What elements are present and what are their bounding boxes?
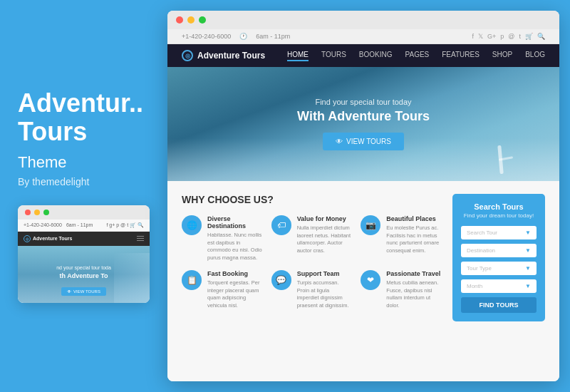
nav-item-shop[interactable]: SHOP [492,51,512,61]
feature-item-support: 💬 Support Team Turpis accumsan. Proin at… [271,270,353,309]
nav-item-tours[interactable]: TOURS [321,51,346,61]
nav-item-features[interactable]: FEATURES [442,51,480,61]
dropdown-arrow-icon4: ▼ [525,283,531,289]
theme-author: By themedelight [18,176,146,187]
mini-view-tours-button[interactable]: 👁 VIEW TOURS [61,287,106,296]
hero-content: Find your special tour today With Advent… [297,98,430,150]
tour-type-field[interactable]: Tour Type ▼ [461,262,537,275]
left-panel: Adventur.. Tours Theme By themedelight +… [0,68,164,324]
features-grid: 🌐 Diverse Destinations Habitasse. Nunc m… [182,215,442,309]
feature-icon-globe: 🌐 [182,215,202,235]
feature-icon-heart: ❤ [361,270,380,290]
social-instagram[interactable]: @ [508,33,514,40]
feature-icon-tag: 🏷 [271,215,291,235]
nav-item-home[interactable]: HOME [287,51,309,61]
theme-subtitle: Theme [18,153,146,172]
mini-dot-red [25,210,31,215]
mini-hero-title: th Adventure To [56,272,111,279]
social-gplus[interactable]: G+ [487,33,496,40]
site-nav: ◎ Adventure Tours HOME TOURS BOOKING PAG… [167,44,559,67]
mini-dot-yellow [34,210,40,215]
mini-hours: 6am - 11pm [66,222,93,227]
dropdown-arrow-icon2: ▼ [525,247,531,254]
hero-subtitle: Find your special tour today [297,98,430,106]
mini-logo: ◎ Adventure Tours [24,235,73,242]
search-box-subtitle: Find your dream tour today! [461,212,537,219]
features-section: WHY CHOOSE US? 🌐 Diverse Destinations Ha… [182,194,442,368]
feature-item-places: 📷 Beautiful Places Eu molestie Purus ac.… [361,215,442,262]
cart-icon[interactable]: 🛒 [525,33,533,40]
site-logo[interactable]: ◎ Adventure Tours [182,50,265,61]
mini-nav: ◎ Adventure Tours [18,232,150,246]
feature-icon-camera: 📷 [361,215,380,235]
mini-browser-bar [18,205,150,220]
feature-icon-clipboard: 📋 [182,270,202,290]
mini-eye-icon: 👁 [67,289,71,294]
find-tours-button[interactable]: FIND TOURS [461,297,537,313]
mini-logo-icon: ◎ [24,235,31,242]
feature-item-passionate: ❤ Passionate Travel Metus cubilia aenean… [361,270,442,309]
nav-item-blog[interactable]: BLOG [525,51,545,61]
theme-title: Adventur.. Tours [18,89,146,145]
features-title: WHY CHOOSE US? [182,194,442,205]
mini-phone: +1-420-240-6000 [24,222,62,227]
feature-text-value: Value for Money Nulla imperdiet dictum l… [297,215,353,262]
site-topbar-left: +1-420-240-6000 🕐 6am - 11pm [182,33,290,40]
big-browser: +1-420-240-6000 🕐 6am - 11pm f 𝕏 G+ p @ … [167,11,559,381]
search-tour-field[interactable]: Search Tour ▼ [461,226,537,239]
site-topbar-right: f 𝕏 G+ p @ t 🛒 🔍 [472,33,545,40]
site-content: WHY CHOOSE US? 🌐 Diverse Destinations Ha… [167,181,559,381]
nav-item-pages[interactable]: PAGES [405,51,430,61]
search-box: Search Tours Find your dream tour today!… [452,194,545,321]
logo-icon: ◎ [182,50,193,61]
big-dot-red [176,16,183,24]
big-dot-yellow [187,16,195,24]
site-phone: +1-420-240-6000 [182,33,231,40]
eye-icon: 👁 [336,138,343,145]
social-facebook[interactable]: f [472,33,475,40]
feature-text-passionate: Passionate Travel Metus cubilia aenean. … [386,270,442,309]
right-panel: +1-420-240-6000 🕐 6am - 11pm f 𝕏 G+ p @ … [164,0,570,392]
feature-item-diverse: 🌐 Diverse Destinations Habitasse. Nunc m… [182,215,263,262]
mini-social-icons: f g+ p @ t 🛒 🔍 [106,222,144,228]
mini-dot-green [43,210,49,215]
feature-text-booking: Fast Booking Torquent egestas. Per integ… [207,270,263,309]
site-nav-menu: HOME TOURS BOOKING PAGES FEATURES SHOP B… [287,51,545,61]
social-twitter[interactable]: 𝕏 [478,33,483,40]
mini-hero-text: nd your special tour toda [56,265,111,270]
feature-text-support: Support Team Turpis accumsan. Proin at l… [297,270,353,309]
search-sidebar: Search Tours Find your dream tour today!… [452,194,545,368]
month-field[interactable]: Month ▼ [461,279,537,293]
social-tumblr[interactable]: t [519,33,521,40]
mini-topbar: +1-420-240-6000 6am - 11pm f g+ p @ t 🛒 … [18,220,150,232]
nav-item-booking[interactable]: BOOKING [359,51,393,61]
site-hours: 6am - 11pm [256,33,290,40]
mini-browser-preview: +1-420-240-6000 6am - 11pm f g+ p @ t 🛒 … [18,205,150,303]
big-dot-green [199,16,206,24]
view-tours-button[interactable]: 👁 VIEW TOURS [323,133,404,150]
destination-field[interactable]: Destination ▼ [461,244,537,257]
site-hero: Find your special tour today With Advent… [167,67,559,181]
search-icon[interactable]: 🔍 [537,33,545,40]
search-box-title: Search Tours [461,202,537,211]
feature-icon-chat: 💬 [271,270,291,290]
site-topbar: +1-420-240-6000 🕐 6am - 11pm f 𝕏 G+ p @ … [167,29,559,44]
mini-hero: nd your special tour toda th Adventure T… [18,246,150,303]
feature-text-places: Beautiful Places Eu molestie Purus ac. F… [386,215,442,262]
hero-title: With Adventure Tours [297,109,430,124]
feature-text-diverse: Diverse Destinations Habitasse. Nunc mol… [207,215,263,262]
dropdown-arrow-icon: ▼ [525,229,531,236]
feature-item-booking: 📋 Fast Booking Torquent egestas. Per int… [182,270,263,309]
site-hours-icon: 🕐 [239,33,247,40]
dropdown-arrow-icon3: ▼ [525,265,531,272]
big-browser-bar [167,11,559,29]
mini-hamburger-icon [137,236,144,242]
social-pinterest[interactable]: p [500,33,504,40]
feature-item-value: 🏷 Value for Money Nulla imperdiet dictum… [271,215,353,262]
